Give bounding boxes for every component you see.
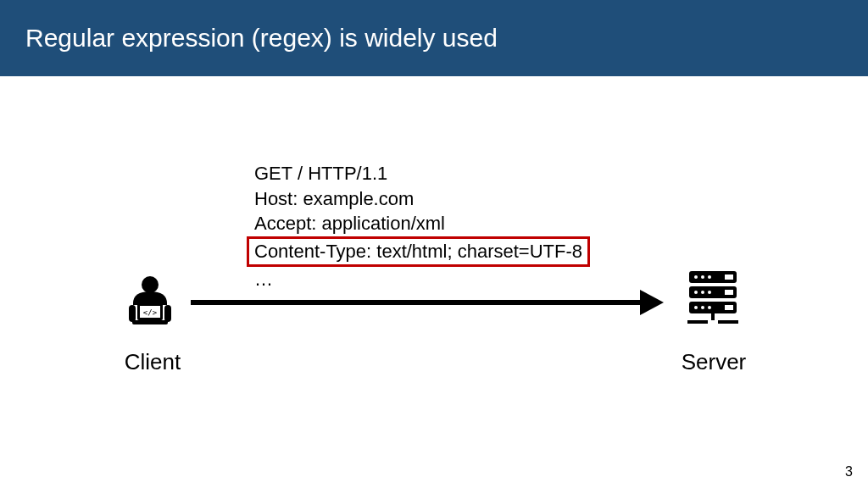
svg-point-19	[701, 306, 704, 309]
svg-rect-23	[687, 320, 708, 324]
http-line-2: Host: example.com	[254, 186, 590, 212]
svg-rect-16	[725, 290, 733, 295]
svg-point-14	[701, 291, 704, 294]
svg-rect-11	[725, 274, 733, 280]
svg-rect-6	[164, 305, 171, 322]
request-arrow-line	[191, 300, 640, 305]
slide-header: Regular expression (regex) is widely use…	[0, 0, 868, 76]
client-developer-icon: </>	[117, 274, 183, 329]
content-type-highlight: Content-Type: text/html; charset=UTF-8	[247, 236, 590, 267]
svg-point-10	[708, 275, 711, 279]
svg-point-8	[694, 275, 698, 279]
svg-point-20	[708, 306, 711, 309]
svg-point-0	[142, 276, 159, 293]
request-arrow-head-icon	[640, 290, 664, 315]
svg-rect-22	[711, 313, 715, 320]
svg-point-15	[708, 291, 711, 294]
svg-point-18	[694, 306, 698, 309]
svg-rect-21	[725, 305, 733, 310]
svg-point-13	[694, 291, 698, 294]
client-label: Client	[110, 349, 195, 375]
slide-title: Regular expression (regex) is widely use…	[25, 24, 498, 53]
svg-rect-5	[129, 305, 136, 322]
server-rack-icon	[682, 268, 743, 329]
svg-rect-4	[132, 320, 168, 324]
svg-text:</>: </>	[143, 308, 158, 317]
slide-content: GET / HTTP/1.1 Host: example.com Accept:…	[0, 76, 868, 488]
svg-point-9	[701, 275, 704, 279]
server-label: Server	[671, 349, 756, 375]
page-number: 3	[845, 464, 853, 480]
svg-rect-24	[718, 320, 738, 324]
http-line-3: Accept: application/xml	[254, 211, 590, 236]
http-line-5: …	[254, 267, 590, 292]
http-line-4-highlight: Content-Type: text/html; charset=UTF-8	[254, 236, 590, 267]
http-request-block: GET / HTTP/1.1 Host: example.com Accept:…	[254, 161, 590, 291]
http-line-1: GET / HTTP/1.1	[254, 161, 590, 186]
